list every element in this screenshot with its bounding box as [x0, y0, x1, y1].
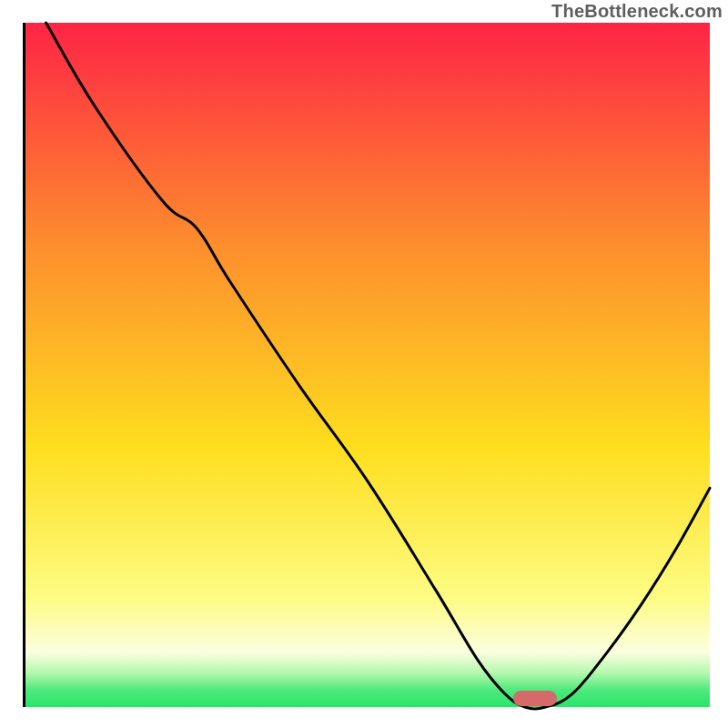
attribution-label: TheBottleneck.com — [551, 1, 723, 22]
chart-svg — [25, 23, 710, 707]
chart-container: TheBottleneck.com — [0, 0, 728, 728]
sweet-spot-marker — [513, 691, 557, 706]
plot-area — [23, 23, 707, 707]
gradient-background — [25, 23, 710, 707]
